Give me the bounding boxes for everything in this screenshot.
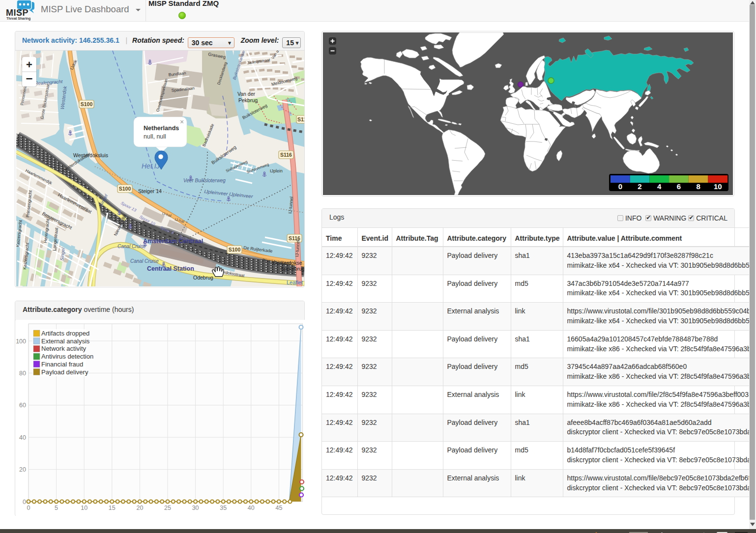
svg-text:S116: S116 (280, 152, 292, 158)
svg-text:8: 8 (696, 182, 700, 191)
svg-text:Leaflet: Leaflet (287, 280, 303, 285)
svg-text:Canal Cruise: Canal Cruise (117, 244, 146, 249)
svg-text:Van der: Van der (237, 91, 255, 97)
svg-text:Netherlands: Netherlands (144, 125, 179, 132)
svg-text:IJplein: IJplein (270, 168, 283, 173)
svg-text:100: 100 (16, 338, 26, 345)
svg-text:45: 45 (275, 505, 282, 511)
svg-text:Pekbrug: Pekbrug (238, 97, 258, 103)
svg-text:Veer Buiksloterweg: Veer Buiksloterweg (183, 178, 226, 183)
svg-text:30: 30 (192, 505, 199, 511)
svg-text:Threat Sharing: Threat Sharing (6, 17, 30, 21)
svg-text:S100: S100 (81, 101, 93, 107)
svg-text:40: 40 (19, 434, 26, 441)
svg-text:0: 0 (27, 505, 30, 511)
svg-text:Centraal Station: Centraal Station (147, 265, 194, 272)
svg-text:2: 2 (638, 182, 641, 191)
svg-text:0: 0 (618, 182, 622, 191)
svg-text:IJ-tunnel: IJ-tunnel (294, 240, 300, 257)
svg-text:MISP: MISP (6, 8, 29, 18)
svg-text:60: 60 (19, 402, 26, 409)
svg-text:null, null: null, null (144, 133, 166, 140)
svg-text:Spoorbrug: Spoorbrug (281, 266, 304, 272)
svg-text:25: 25 (164, 505, 171, 511)
svg-text:×: × (180, 118, 184, 126)
svg-text:Payload delivery: Payload delivery (41, 368, 88, 376)
svg-text:35: 35 (220, 505, 227, 511)
svg-text:15: 15 (109, 505, 116, 511)
svg-text:S11: S11 (297, 116, 304, 122)
svg-text:Canal Cruise: Canal Cruise (130, 258, 159, 264)
svg-text:Artifacts dropped: Artifacts dropped (41, 330, 89, 337)
svg-text:+: + (26, 58, 32, 71)
svg-text:External analysis: External analysis (41, 337, 90, 345)
svg-text:4: 4 (657, 182, 662, 191)
svg-text:Odebrug: Odebrug (193, 275, 213, 281)
svg-text:−: − (26, 72, 32, 85)
svg-text:Steiger 14: Steiger 14 (138, 188, 162, 194)
svg-text:20: 20 (136, 505, 143, 511)
svg-text:Financial fraud: Financial fraud (41, 361, 83, 368)
svg-text:S100: S100 (119, 186, 131, 192)
svg-text:Antivirus detection: Antivirus detection (41, 353, 93, 360)
svg-text:S100: S100 (229, 247, 241, 252)
svg-text:40: 40 (248, 505, 255, 511)
svg-text:Amsterdam Centraal: Amsterdam Centraal (143, 238, 203, 245)
svg-text:10: 10 (714, 182, 722, 191)
svg-text:20: 20 (19, 466, 26, 473)
svg-text:80: 80 (19, 370, 26, 377)
svg-text:0: 0 (23, 499, 26, 505)
svg-text:10: 10 (81, 505, 87, 511)
svg-text:6: 6 (677, 182, 681, 191)
svg-text:5: 5 (55, 505, 58, 511)
svg-text:Network activity: Network activity (41, 345, 87, 352)
